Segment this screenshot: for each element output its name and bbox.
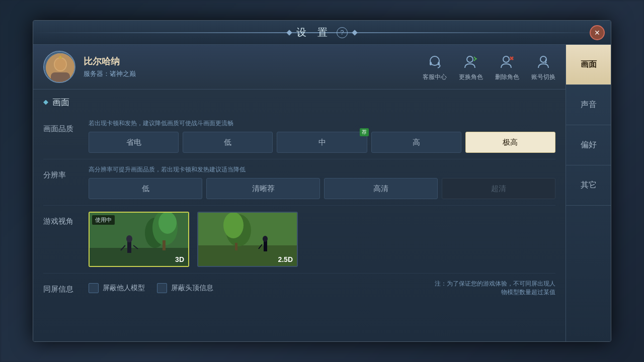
view-25d-button[interactable]: 2.5D <box>197 212 298 267</box>
title-bar-content: 设 置 ? <box>287 26 357 39</box>
hide-char-model-box <box>89 283 99 293</box>
svg-rect-7 <box>438 62 440 65</box>
hide-char-model-label: 屏蔽他人模型 <box>103 284 145 293</box>
res-hd-button[interactable]: 高清 <box>324 178 438 199</box>
svg-point-8 <box>467 56 473 62</box>
quality-hint: 若出现卡顿和发热，建议降低画质可使战斗画面更流畅 <box>89 119 555 128</box>
res-clear-button[interactable]: 清晰荐 <box>206 178 320 199</box>
settings-modal: 设 置 ? ✕ <box>33 20 611 342</box>
right-sidebar: 画面 声音 偏好 其它 <box>566 45 611 341</box>
modal-title: 设 置 <box>296 26 332 39</box>
hide-char-info-box <box>157 283 167 293</box>
quality-ultra-button[interactable]: 极高 <box>465 132 555 153</box>
view-angle-setting-row: 游戏视角 <box>43 206 555 274</box>
svg-point-10 <box>503 56 509 62</box>
resolution-setting-row: 分辨率 高分辨率可提升画面品质，若出现卡顿和发热建议适当降低 低 清晰荐 高清 … <box>43 159 555 206</box>
quality-high-button[interactable]: 高 <box>371 132 461 153</box>
hide-char-info-label: 屏蔽头顶信息 <box>171 284 213 293</box>
quality-setting-row: 画面品质 若出现卡顿和发热，建议降低画质可使战斗画面更流畅 省电 低 中荐 高 … <box>43 113 555 159</box>
settings-area: 画面品质 若出现卡顿和发热，建议降低画质可使战斗画面更流畅 省电 低 中荐 高 … <box>33 113 566 341</box>
avatar <box>43 51 75 83</box>
same-screen-content: 屏蔽他人模型 屏蔽头顶信息 注：为了保证您的游戏体验，不可同屏出现人物模型数量超… <box>89 280 555 297</box>
tab-sound-label: 声音 <box>581 100 597 110</box>
headset-icon <box>426 53 444 71</box>
user-bar: 比尔哈纳 服务器：诸神之巅 客服中心 <box>33 45 566 89</box>
view-angle-content: 使用中 3D <box>89 212 555 267</box>
section-diamond-icon <box>43 100 48 105</box>
svg-point-27 <box>223 213 244 238</box>
medium-badge: 荐 <box>360 128 369 136</box>
svg-point-2 <box>55 58 66 70</box>
clear-badge: 荐 <box>267 184 275 194</box>
checkbox-row: 屏蔽他人模型 屏蔽头顶信息 注：为了保证您的游戏体验，不可同屏出现人物模型数量超… <box>89 280 555 297</box>
change-character-button[interactable]: 更换角色 <box>459 53 483 81</box>
resolution-content: 高分辨率可提升画面品质，若出现卡顿和发热建议适当降低 低 清晰荐 高清 超清 <box>89 165 555 199</box>
tab-other[interactable]: 其它 <box>566 165 611 206</box>
switch-account-icon <box>534 53 552 71</box>
customer-service-button[interactable]: 客服中心 <box>423 53 447 81</box>
quality-content: 若出现卡顿和发热，建议降低画质可使战斗画面更流畅 省电 低 中荐 高 极高 <box>89 119 555 153</box>
avatar-frame <box>44 52 75 83</box>
view-25d-label: 2.5D <box>278 255 293 263</box>
customer-service-label: 客服中心 <box>423 73 447 81</box>
resolution-hint: 高分辨率可提升画面品质，若出现卡顿和发热建议适当降低 <box>89 165 555 174</box>
delete-char-label: 删除角色 <box>495 73 519 81</box>
view-3d-in-use: 使用中 <box>92 215 115 225</box>
view-3d-label: 3D <box>175 255 184 263</box>
quality-medium-button[interactable]: 中荐 <box>277 132 367 153</box>
section-title: 画面 <box>52 97 69 108</box>
user-server: 服务器：诸神之巅 <box>84 69 415 78</box>
quality-power-save-button[interactable]: 省电 <box>89 132 179 153</box>
tab-sound[interactable]: 声音 <box>566 85 611 125</box>
help-button[interactable]: ? <box>337 27 348 38</box>
svg-point-30 <box>263 236 268 242</box>
view-3d-button[interactable]: 使用中 3D <box>89 212 189 267</box>
title-bar: 设 置 ? ✕ <box>33 21 611 45</box>
same-screen-note: 注：为了保证您的游戏体验，不可同屏出现人物模型数量超过某值 <box>435 280 555 297</box>
close-button[interactable]: ✕ <box>590 25 605 40</box>
tab-other-label: 其它 <box>581 180 597 191</box>
svg-point-13 <box>540 56 546 62</box>
title-diamond-left <box>287 30 292 35</box>
svg-rect-15 <box>90 248 189 267</box>
same-screen-label: 同屏信息 <box>43 280 89 294</box>
change-char-icon <box>462 53 480 71</box>
hide-char-model-checkbox[interactable]: 屏蔽他人模型 <box>89 283 145 293</box>
res-low-button[interactable]: 低 <box>89 178 202 199</box>
avatar-image <box>46 53 75 82</box>
switch-account-label: 账号切换 <box>531 73 555 81</box>
quality-label: 画面品质 <box>43 119 89 134</box>
tab-preference[interactable]: 偏好 <box>566 125 611 165</box>
resolution-label: 分辨率 <box>43 165 89 180</box>
user-actions: 客服中心 更换角色 <box>423 53 555 81</box>
change-char-label: 更换角色 <box>459 73 483 81</box>
tab-display[interactable]: 画面 <box>566 45 611 85</box>
tab-preference-label: 偏好 <box>581 140 597 150</box>
svg-rect-6 <box>430 62 432 65</box>
delete-char-icon <box>498 53 516 71</box>
left-panel: 比尔哈纳 服务器：诸神之巅 客服中心 <box>33 45 566 341</box>
title-diamond-right <box>352 30 357 35</box>
svg-rect-3 <box>51 72 70 82</box>
user-name: 比尔哈纳 <box>84 55 415 67</box>
svg-rect-28 <box>235 243 237 250</box>
section-heading: 画面 <box>33 89 566 113</box>
svg-point-21 <box>126 235 132 242</box>
svg-rect-19 <box>163 240 166 250</box>
switch-account-button[interactable]: 账号切换 <box>531 53 555 81</box>
same-screen-setting-row: 同屏信息 屏蔽他人模型 屏蔽头顶信息 注：为了保证您的游戏体验，不可同屏 <box>43 274 555 303</box>
quality-low-button[interactable]: 低 <box>183 132 273 153</box>
main-content: 比尔哈纳 服务器：诸神之巅 客服中心 <box>33 45 611 341</box>
tab-display-label: 画面 <box>581 59 597 70</box>
svg-point-18 <box>158 213 177 234</box>
view-angle-label: 游戏视角 <box>43 212 89 226</box>
user-info: 比尔哈纳 服务器：诸神之巅 <box>84 55 415 78</box>
res-uhd-button[interactable]: 超清 <box>442 178 555 199</box>
hide-char-info-checkbox[interactable]: 屏蔽头顶信息 <box>157 283 213 293</box>
quality-btn-group: 省电 低 中荐 高 极高 <box>89 132 555 153</box>
resolution-btn-group: 低 清晰荐 高清 超清 <box>89 178 555 199</box>
view-angle-group: 使用中 3D <box>89 212 555 267</box>
svg-rect-29 <box>264 240 267 251</box>
delete-character-button[interactable]: 删除角色 <box>495 53 519 81</box>
